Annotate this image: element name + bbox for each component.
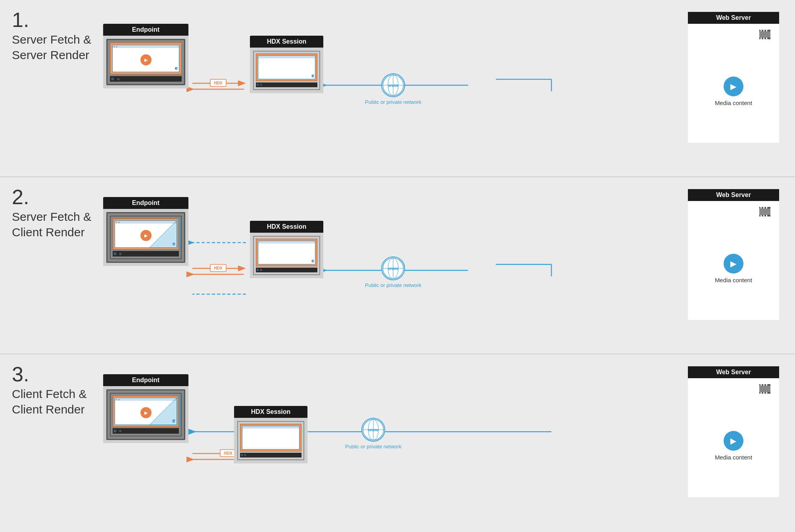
- endpoint-2-title: Endpoint: [103, 197, 188, 209]
- hdx-session-1-title: HDX Session: [250, 36, 323, 48]
- endpoint-3: Endpoint: [103, 374, 188, 443]
- section-3-label: Client Fetch &Client Render: [12, 386, 99, 417]
- media-label-1: Media content: [715, 100, 752, 106]
- svg-rect-53: [759, 385, 770, 393]
- network-label-1: Public or private network: [365, 99, 421, 106]
- section-3-number: 3.: [12, 362, 29, 386]
- hdx-session-1: HDX Session e ⊞ ⊙: [250, 36, 323, 93]
- filmstrip-icon-3: [759, 384, 771, 394]
- section-2-label: Server Fetch &Client Render: [12, 209, 99, 240]
- section-2: 2. Server Fetch &Client Render HDX: [0, 177, 795, 354]
- filmstrip-icon-1: [759, 30, 771, 40]
- section-3: 3. Client Fetch &Client Render HDX: [0, 354, 795, 532]
- section-1-label: Server Fetch &Server Render: [12, 32, 99, 63]
- media-label-3: Media content: [715, 454, 752, 461]
- endpoint-2: Endpoint: [103, 197, 188, 266]
- network-label-2: Public or private network: [365, 282, 421, 289]
- section-1-number: 1.: [12, 8, 29, 32]
- filmstrip-icon-2: [759, 207, 771, 217]
- endpoint-1: Endpoint ▶ e: [103, 24, 188, 88]
- svg-rect-11: [759, 31, 770, 38]
- svg-rect-16: [766, 30, 767, 31]
- globe-1: www Public or private network: [365, 73, 421, 106]
- svg-rect-14: [760, 30, 762, 31]
- section-1: 1. Server Fetch &Server Render HDX: [0, 0, 795, 177]
- svg-text:HDX: HDX: [214, 266, 222, 270]
- svg-rect-37: [760, 207, 762, 209]
- network-label-3: Public or private network: [345, 444, 401, 450]
- webserver-2: Web Server ▶ Media content: [688, 189, 779, 320]
- svg-rect-18: [763, 38, 764, 39]
- svg-rect-57: [763, 384, 764, 386]
- globe-2: www Public or private network: [365, 256, 421, 289]
- hdx-session-3: HDX Session ⊞ ⊙: [234, 406, 307, 463]
- svg-text:HDX: HDX: [214, 81, 222, 85]
- svg-rect-41: [763, 215, 764, 216]
- hdx-session-2: HDX Session e ⊞ ⊙: [250, 221, 323, 278]
- svg-rect-39: [766, 207, 767, 209]
- svg-marker-48: [149, 394, 181, 425]
- svg-rect-19: [766, 38, 767, 39]
- hdx-session-3-title: HDX Session: [234, 406, 307, 418]
- svg-rect-60: [763, 392, 764, 394]
- svg-rect-58: [766, 384, 767, 386]
- svg-rect-34: [759, 208, 770, 216]
- webserver-3-title: Web Server: [688, 366, 779, 378]
- svg-rect-38: [763, 207, 764, 209]
- svg-rect-56: [760, 384, 762, 386]
- globe-3: www Public or private network: [345, 418, 401, 450]
- webserver-3: Web Server ▶ Media content: [688, 366, 779, 497]
- webserver-1-title: Web Server: [688, 12, 779, 24]
- endpoint-1-title: Endpoint: [103, 24, 188, 36]
- svg-rect-61: [766, 392, 767, 394]
- svg-rect-15: [763, 30, 764, 31]
- svg-marker-29: [149, 216, 181, 248]
- svg-rect-59: [760, 392, 762, 394]
- endpoint-3-title: Endpoint: [103, 374, 188, 386]
- hdx-session-2-title: HDX Session: [250, 221, 323, 233]
- section-2-number: 2.: [12, 185, 29, 209]
- svg-rect-42: [766, 215, 767, 216]
- svg-rect-40: [760, 215, 762, 216]
- webserver-1: Web Server ▶ Media content: [688, 12, 779, 143]
- svg-rect-17: [760, 38, 762, 39]
- media-label-2: Media content: [715, 277, 752, 283]
- webserver-2-title: Web Server: [688, 189, 779, 201]
- svg-text:HDX: HDX: [224, 451, 232, 455]
